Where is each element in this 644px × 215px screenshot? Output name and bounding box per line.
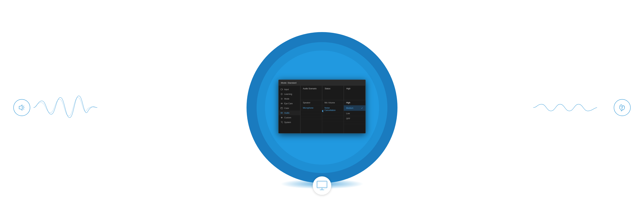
speaker-icon-circle [14, 99, 30, 116]
svg-rect-20 [318, 182, 326, 187]
mode-icon [280, 98, 283, 100]
cell-microphone[interactable]: Microphone [300, 105, 322, 111]
sidebar-item-mode[interactable]: Mode [278, 96, 300, 101]
col-header-status: Status [322, 86, 344, 100]
sidebar-label-learning: Learning [284, 93, 292, 95]
cell-speaker[interactable]: Speaker [300, 100, 322, 105]
cell-col2-5 [322, 119, 344, 121]
cell-medium[interactable]: Medium ✓ [344, 105, 366, 111]
monitor-icon-container [313, 176, 331, 195]
cell-off[interactable]: OFF [344, 116, 366, 121]
osd-title: Mode: Standard [281, 81, 296, 84]
sidebar-item-audio[interactable]: Audio [278, 110, 300, 115]
osd-main-content: Audio Scenario Status High Speaker Micro… [300, 86, 366, 133]
ear-icon-circle [614, 99, 630, 116]
svg-rect-13 [281, 108, 282, 109]
cell-high[interactable]: High [344, 100, 366, 105]
sidebar-item-eyecare[interactable]: Eye Care [278, 101, 300, 106]
learning-icon [280, 93, 283, 95]
osd-sidebar: Input Learning Mode [278, 86, 300, 133]
sidebar-item-custom[interactable]: Custom [278, 115, 300, 120]
osd-panel: Mode: Standard Input Learning [278, 80, 366, 133]
cell-col1-3 [300, 111, 322, 113]
eyecare-icon [280, 102, 283, 105]
cell-col1-5 [300, 116, 322, 119]
audio-icon [280, 112, 283, 114]
ear-icon [618, 104, 626, 112]
svg-rect-14 [281, 112, 282, 113]
input-icon [280, 88, 283, 90]
sidebar-item-color[interactable]: Color [278, 106, 300, 110]
sidebar-label-input: Input [284, 88, 289, 90]
cell-low[interactable]: Low [344, 111, 366, 116]
system-icon [280, 121, 283, 123]
cell-noise-cancel[interactable]: Noise Cancellation [322, 105, 344, 113]
svg-marker-0 [19, 105, 22, 110]
svg-line-3 [23, 109, 24, 109]
osd-content: Input Learning Mode [278, 86, 366, 133]
svg-rect-5 [281, 89, 282, 90]
speaker-icon [18, 104, 26, 112]
nav-arrow [322, 110, 323, 112]
col-header-scenario: Audio Scenario [300, 86, 322, 100]
cell-col2-4 [322, 116, 344, 119]
sidebar-label-eyecare: Eye Care [284, 102, 293, 105]
sidebar-label-system: System [284, 121, 291, 123]
check-icon: ✓ [361, 107, 363, 109]
svg-point-4 [622, 107, 622, 108]
svg-point-9 [282, 103, 282, 104]
svg-rect-11 [281, 107, 282, 108]
sidebar-label-audio: Audio [284, 112, 290, 114]
cell-col1-4 [300, 113, 322, 116]
cell-mic-volume[interactable]: Mic Volume [322, 100, 344, 105]
color-icon [280, 107, 283, 109]
cell-col3-5 [344, 121, 366, 124]
monitor-icon [316, 180, 328, 191]
svg-line-1 [23, 106, 24, 107]
osd-title-bar: Mode: Standard [278, 80, 366, 86]
sidebar-label-mode: Mode [284, 98, 289, 100]
sidebar-item-system[interactable]: System [278, 120, 300, 125]
wave-left [34, 91, 97, 124]
cell-medium-label: Medium [346, 107, 353, 109]
col-header-level: High [344, 86, 366, 100]
svg-rect-12 [282, 107, 282, 108]
svg-point-8 [282, 98, 282, 99]
svg-point-16 [282, 122, 282, 123]
sidebar-label-color: Color [284, 107, 289, 109]
sidebar-item-learning[interactable]: Learning [278, 92, 300, 96]
sidebar-item-input[interactable]: Input [278, 87, 300, 92]
wave-right [533, 103, 597, 113]
custom-icon [280, 116, 283, 119]
osd-table: Audio Scenario Status High Speaker Micro… [300, 86, 366, 133]
cell-col2-3 [322, 113, 344, 116]
sidebar-label-custom: Custom [284, 116, 291, 119]
svg-rect-17 [317, 181, 327, 188]
